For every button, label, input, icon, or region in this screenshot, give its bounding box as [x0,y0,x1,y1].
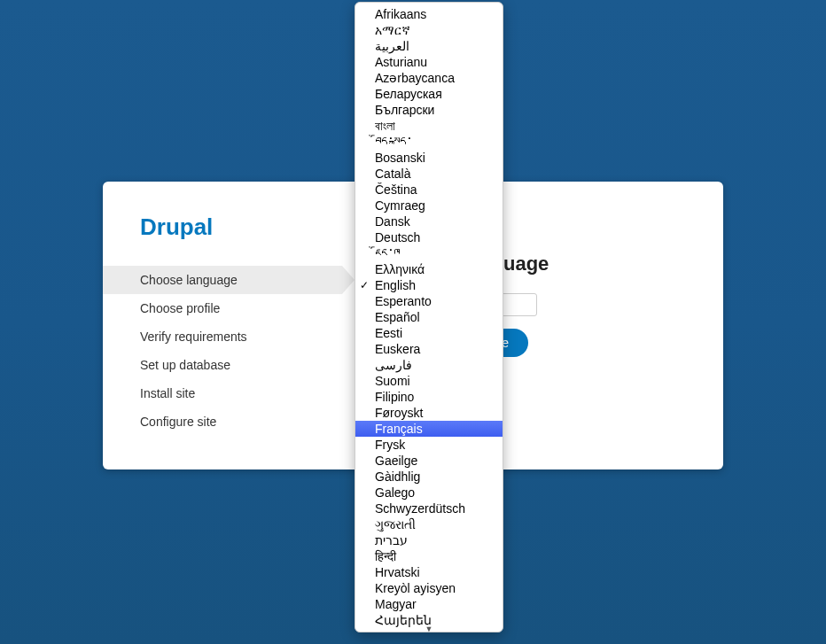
language-option[interactable]: हिन्दी [355,548,503,564]
language-option[interactable]: Français [355,421,503,437]
language-option[interactable]: Gaeilge [355,453,503,469]
language-option[interactable]: Suomi [355,373,503,389]
step-2: Verify requirements [103,322,342,351]
step-3: Set up database [103,351,342,379]
language-option[interactable]: Frysk [355,437,503,453]
language-option[interactable]: Gàidhlig [355,469,503,485]
language-option[interactable]: Deutsch [355,229,503,245]
language-option[interactable]: فارسی [355,357,503,373]
steps-list: Choose languageChoose profileVerify requ… [103,266,342,436]
language-option[interactable]: Galego [355,485,503,500]
language-option[interactable]: አማርኛ [355,22,503,38]
language-option[interactable]: English [355,277,503,293]
language-option[interactable]: Magyar [355,596,503,612]
language-option[interactable]: Schwyzerdütsch [355,500,503,516]
language-option[interactable]: བོད་སྐད་ [355,134,503,150]
language-option[interactable]: Esperanto [355,293,503,309]
brand-title: Drupal [103,213,342,241]
language-option[interactable]: Ελληνικά [355,261,503,277]
language-option[interactable]: العربية [355,38,503,54]
language-option[interactable]: Čeština [355,182,503,198]
language-option[interactable]: Hrvatski [355,564,503,580]
language-option[interactable]: Հայերեն [355,612,503,628]
language-option[interactable]: Asturianu [355,54,503,70]
language-option[interactable]: עברית [355,532,503,548]
step-4: Install site [103,379,342,407]
language-option[interactable]: Euskera [355,341,503,357]
language-option[interactable]: Kreyòl ayisyen [355,580,503,596]
language-option[interactable]: বাংলা [355,118,503,134]
language-option[interactable]: Afrikaans [355,6,503,22]
step-0: Choose language [103,266,342,294]
language-option[interactable]: Беларуская [355,86,503,102]
language-option[interactable]: Azərbaycanca [355,70,503,86]
language-option[interactable]: ગુજરાતી [355,516,503,532]
language-option[interactable]: Bosanski [355,150,503,166]
language-option[interactable]: Filipino [355,389,503,405]
language-option[interactable]: ཇོང་ཁ [355,245,503,261]
language-option[interactable]: Cymraeg [355,198,503,213]
language-dropdown[interactable]: AfrikaansአማርኛالعربيةAsturianuAzərbaycanc… [355,2,503,632]
language-option[interactable]: Català [355,166,503,182]
sidebar: Drupal Choose languageChoose profileVeri… [103,182,342,469]
step-1: Choose profile [103,294,342,322]
step-5: Configure site [103,407,342,436]
language-option[interactable]: Eesti [355,325,503,341]
language-option[interactable]: Føroyskt [355,405,503,421]
language-option[interactable]: Български [355,102,503,118]
language-option[interactable]: Español [355,309,503,325]
language-option[interactable]: Dansk [355,213,503,229]
